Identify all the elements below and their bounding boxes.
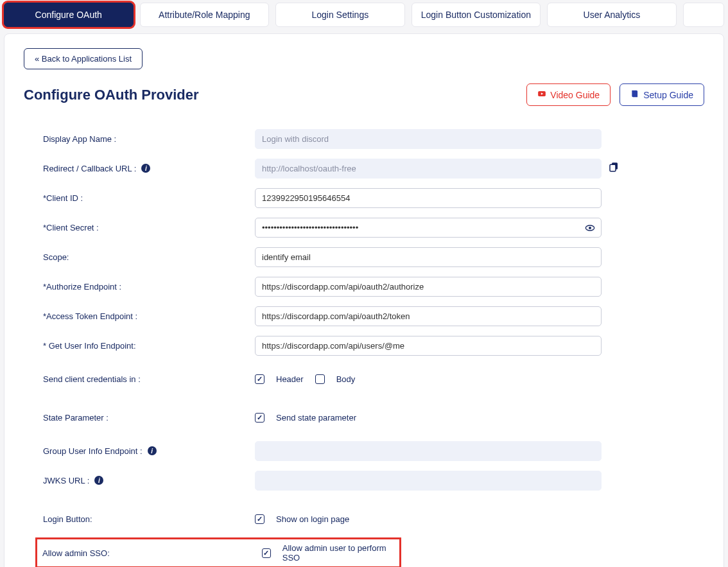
checkbox-header-label[interactable]: Header xyxy=(276,374,304,384)
label-client-id: *Client ID : xyxy=(43,193,255,203)
label-userinfo-endpoint: * Get User Info Endpoint: xyxy=(43,341,255,351)
input-jwks-url xyxy=(255,471,602,491)
setup-guide-button[interactable]: Setup Guide xyxy=(620,83,704,106)
setup-guide-label: Setup Guide xyxy=(643,90,693,100)
label-redirect-url: Redirect / Callback URL : i xyxy=(43,164,255,173)
label-allow-admin-sso: Allow admin SSO: xyxy=(42,548,262,558)
tab-user-analytics[interactable]: User Analytics xyxy=(547,3,677,27)
input-client-id[interactable] xyxy=(255,188,602,208)
checkbox-allow-admin-sso-label[interactable]: Allow admin user to perform SSO xyxy=(282,543,394,563)
eye-icon[interactable] xyxy=(585,223,595,235)
checkbox-allow-admin-sso[interactable] xyxy=(262,548,271,558)
copy-icon[interactable] xyxy=(608,161,620,176)
row-client-id: *Client ID : xyxy=(43,187,704,209)
input-authorize-endpoint[interactable] xyxy=(255,277,602,297)
tab-configure-oauth[interactable]: Configure OAuth xyxy=(4,3,134,27)
info-icon[interactable]: i xyxy=(148,446,157,455)
row-group-userinfo: Group User Info Endpoint : i xyxy=(43,440,704,462)
tab-login-button-customization[interactable]: Login Button Customization xyxy=(412,3,541,27)
input-token-endpoint[interactable] xyxy=(255,306,602,326)
label-state-parameter: State Parameter : xyxy=(43,413,255,423)
row-state-parameter: State Parameter : Send state parameter xyxy=(43,406,704,428)
checkbox-body-label[interactable]: Body xyxy=(336,374,356,384)
label-scope: Scope: xyxy=(43,252,255,262)
video-guide-label: Video Guide xyxy=(550,90,600,100)
tab-login-settings[interactable]: Login Settings xyxy=(275,3,405,27)
row-redirect-url: Redirect / Callback URL : i xyxy=(43,157,704,179)
checkbox-header[interactable] xyxy=(255,374,264,384)
label-send-credentials: Send client credentials in : xyxy=(43,374,255,384)
label-authorize-endpoint: *Authorize Endpoint : xyxy=(43,282,255,292)
label-client-secret: *Client Secret : xyxy=(43,223,255,232)
row-client-secret: *Client Secret : xyxy=(43,216,704,238)
checkbox-show-login-label[interactable]: Show on login page xyxy=(276,514,349,524)
guide-buttons: Video Guide Setup Guide xyxy=(526,83,704,106)
input-client-secret[interactable] xyxy=(255,218,602,238)
input-redirect-url xyxy=(255,159,602,179)
row-send-credentials: Send client credentials in : Header Body xyxy=(43,368,704,390)
row-scope: Scope: xyxy=(43,246,704,268)
input-userinfo-endpoint[interactable] xyxy=(255,336,602,356)
label-display-app-name: Display App Name : xyxy=(43,134,255,144)
checkbox-state-parameter-label[interactable]: Send state parameter xyxy=(276,413,356,423)
back-to-applications-button[interactable]: « Back to Applications List xyxy=(24,48,143,69)
tab-attribute-role-mapping[interactable]: Attribute/Role Mapping xyxy=(140,3,270,27)
label-jwks-url: JWKS URL : i xyxy=(43,476,255,485)
main-panel: « Back to Applications List Configure OA… xyxy=(4,33,724,567)
book-icon xyxy=(630,89,639,100)
info-icon[interactable]: i xyxy=(94,476,103,485)
checkbox-show-login[interactable] xyxy=(255,514,264,524)
row-allow-admin-sso: Allow admin SSO: Allow admin user to per… xyxy=(35,537,401,567)
row-token-endpoint: *Access Token Endpoint : xyxy=(43,305,704,327)
input-scope[interactable] xyxy=(255,247,602,267)
page-title: Configure OAuth Provider xyxy=(24,87,199,103)
tab-overflow[interactable] xyxy=(683,3,724,27)
row-login-button: Login Button: Show on login page xyxy=(43,508,704,530)
row-display-app-name: Display App Name : xyxy=(43,128,704,150)
youtube-icon xyxy=(537,89,546,100)
input-display-app-name xyxy=(255,129,602,149)
label-token-endpoint: *Access Token Endpoint : xyxy=(43,311,255,321)
svg-point-4 xyxy=(589,227,591,229)
info-icon[interactable]: i xyxy=(141,164,150,173)
top-tabs: Configure OAuth Attribute/Role Mapping L… xyxy=(0,0,728,33)
checkbox-state-parameter[interactable] xyxy=(255,413,264,423)
form-area: Display App Name : Redirect / Callback U… xyxy=(24,128,704,567)
input-group-userinfo xyxy=(255,441,602,461)
title-row: Configure OAuth Provider Video Guide Set… xyxy=(24,83,704,106)
row-userinfo-endpoint: * Get User Info Endpoint: xyxy=(43,335,704,356)
video-guide-button[interactable]: Video Guide xyxy=(526,83,611,106)
label-login-button: Login Button: xyxy=(43,514,255,524)
svg-rect-2 xyxy=(610,164,616,171)
row-jwks-url: JWKS URL : i xyxy=(43,469,704,491)
label-group-userinfo: Group User Info Endpoint : i xyxy=(43,446,255,456)
row-authorize-endpoint: *Authorize Endpoint : xyxy=(43,275,704,297)
checkbox-body[interactable] xyxy=(315,374,325,384)
